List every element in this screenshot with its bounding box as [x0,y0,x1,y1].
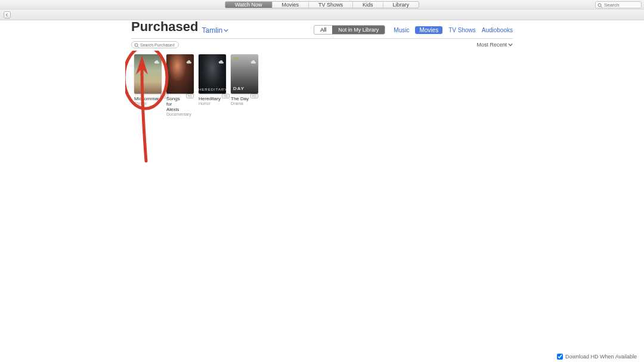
cloud-download-icon[interactable] [154,56,160,61]
movie-title: Hereditary [199,96,221,101]
local-search-input[interactable] [140,43,176,47]
movie-card[interactable]: MidsommarHDThriller [134,54,162,117]
top-bar: Watch NowMoviesTV ShowsKidsLibrary [0,0,644,10]
nav-tab-tv-shows[interactable]: TV Shows [309,2,353,8]
hd-badge: HD [186,94,194,98]
nav-strip [0,10,644,20]
movie-thumbnail[interactable]: THEDAY [231,54,258,94]
movie-thumbnail[interactable] [134,54,162,94]
page-title: Purchased [131,19,199,35]
sort-label: Most Recent [476,42,507,48]
hd-badge: HD [222,94,230,98]
movie-thumbnail[interactable]: HEREDITARY [199,54,226,94]
nav-tab-watch-now[interactable]: Watch Now [225,2,273,8]
category-tv-shows[interactable]: TV Shows [448,27,476,33]
movie-genre: Drama [231,101,258,106]
library-filter-all[interactable]: All [314,26,332,34]
movie-card[interactable]: HEREDITARYHereditaryHDHorror [199,54,226,117]
category-list: MusicMoviesTV ShowsAudiobooks [394,26,513,34]
cloud-download-icon[interactable] [218,56,224,61]
local-search[interactable] [131,41,179,48]
account-name: Tamlin [202,26,223,35]
footer-pref: Download HD When Available [557,354,637,360]
svg-point-0 [598,4,601,7]
cloud-download-icon[interactable] [250,56,256,61]
back-button[interactable] [4,11,11,18]
movie-card[interactable]: Songs for AlexisHDDocumentary [166,54,194,117]
movie-genre: Horror [199,101,226,106]
movie-title: Songs for Alexis [166,96,185,112]
search-icon [597,0,602,10]
nav-tabs: Watch NowMoviesTV ShowsKidsLibrary [225,1,419,8]
account-dropdown[interactable]: Tamlin [202,26,229,35]
movie-title: The Day [231,96,249,101]
movie-title: Midsommar [134,96,159,101]
svg-point-2 [135,44,138,47]
svg-line-1 [601,7,602,8]
category-movies[interactable]: Movies [415,26,442,34]
nav-tab-movies[interactable]: Movies [273,2,309,8]
global-search[interactable] [595,1,642,8]
movie-genre: Documentary [166,112,194,117]
category-music[interactable]: Music [394,27,409,33]
movie-thumbnail[interactable] [166,54,194,94]
library-filter-not-in-my-library[interactable]: Not in My Library [332,26,385,34]
nav-tab-kids[interactable]: Kids [353,2,383,8]
chevron-down-icon [224,28,228,33]
cloud-download-icon[interactable] [186,56,192,61]
category-audiobooks[interactable]: Audiobooks [482,27,513,33]
movie-card[interactable]: THEDAYThe DayHDDrama [231,54,258,117]
svg-line-3 [138,47,139,48]
sort-dropdown[interactable]: Most Recent [476,42,513,48]
chevron-down-icon [508,42,513,47]
global-search-input[interactable] [604,2,637,8]
movie-genre: Thriller [134,101,162,106]
movie-grid: MidsommarHDThrillerSongs for AlexisHDDoc… [0,51,644,117]
hd-badge: HD [250,94,258,98]
download-hd-label: Download HD When Available [565,354,637,360]
search-icon [134,39,139,50]
library-filter: AllNot in My Library [314,25,385,35]
nav-tab-library[interactable]: Library [383,2,419,8]
download-hd-checkbox[interactable] [557,354,563,360]
filter-bar: Most Recent [0,39,644,51]
